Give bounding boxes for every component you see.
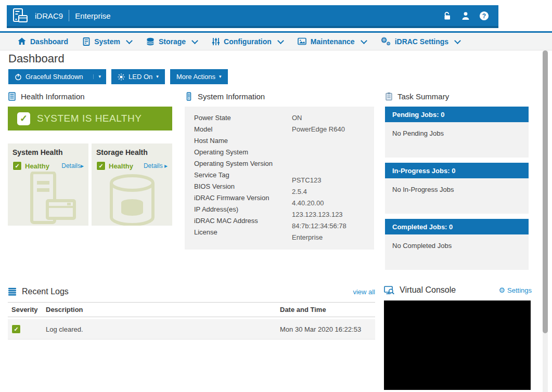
info-label: Operating System Version xyxy=(194,158,292,169)
inprogress-jobs-header[interactable]: In-Progress Jobs: 0 xyxy=(385,163,529,178)
pending-jobs-header[interactable]: Pending Jobs: 0 xyxy=(385,107,529,122)
info-value xyxy=(292,147,369,158)
more-actions-button[interactable]: More Actions ▾ xyxy=(170,69,228,84)
nav-item-idrac-settings[interactable]: ⚙⚙ iDRAC Settings xyxy=(381,37,460,46)
system-health-details-link[interactable]: Details▸ xyxy=(61,162,84,169)
storage-health-details-link[interactable]: Details ▸ xyxy=(144,162,168,169)
section-title: Virtual Console xyxy=(400,285,456,295)
system-healthy-banner: ✓ SYSTEM IS HEALTHY xyxy=(8,107,172,130)
inprogress-jobs-body: No In-Progress Jobs xyxy=(385,178,529,214)
nav-label: System xyxy=(94,37,120,46)
section-title: Task Summary xyxy=(397,92,449,101)
virtual-console-icon xyxy=(384,286,395,295)
recent-logs-section: Recent Logs view all Severity Descriptio… xyxy=(8,285,375,339)
completed-jobs-group: Completed Jobs: 0 No Completed Jobs xyxy=(385,219,529,270)
section-title: Health Information xyxy=(21,92,85,101)
logs-table: Severity Description Date and Time ✓ Log… xyxy=(8,302,375,339)
info-label: iDRAC Firmware Version xyxy=(194,192,292,204)
card-title: System Health xyxy=(12,148,84,156)
nav-label: Dashboard xyxy=(30,37,68,46)
caret-down-icon: ▾ xyxy=(219,74,222,79)
column-header-severity: Severity xyxy=(8,306,46,313)
graceful-shutdown-main[interactable]: Graceful Shutdown xyxy=(8,73,89,81)
info-value: 84:7b:12:34:56:78 xyxy=(292,220,369,232)
view-all-link[interactable]: view all xyxy=(353,288,375,296)
help-icon[interactable]: ? xyxy=(479,11,489,21)
more-actions-label: More Actions xyxy=(176,73,215,81)
image-icon xyxy=(298,37,306,45)
health-info-icon xyxy=(8,92,16,101)
home-icon xyxy=(18,37,26,45)
completed-jobs-header[interactable]: Completed Jobs: 0 xyxy=(385,219,529,234)
log-datetime: Mon 30 Mar 2020 16:22:53 xyxy=(280,325,375,333)
chevron-down-icon xyxy=(191,37,198,44)
chevron-down-icon xyxy=(126,37,133,44)
scrollbar-thumb[interactable] xyxy=(543,50,548,333)
system-information-section: System Information Power State Model Hos… xyxy=(185,90,374,250)
main-nav: Dashboard System Storage xyxy=(0,31,552,50)
chevron-down-icon xyxy=(361,37,367,44)
idrac-dashboard-screen: iDRAC9 Enterprise ? Dashboard xyxy=(0,0,552,392)
settings-label: Settings xyxy=(507,286,532,294)
svg-text:?: ? xyxy=(482,12,486,19)
power-icon xyxy=(15,73,22,81)
caret-down-icon: ▾ xyxy=(99,74,101,79)
health-status: Healthy xyxy=(109,162,133,170)
nav-item-maintenance[interactable]: Maintenance xyxy=(298,37,366,46)
product-name: iDRAC9 xyxy=(35,11,63,20)
sliders-icon xyxy=(212,37,220,46)
titlebar-divider xyxy=(69,10,69,21)
task-summary-icon xyxy=(385,92,393,101)
page-title: Dashboard xyxy=(8,52,65,66)
info-value: PSTC123 xyxy=(292,175,369,186)
led-sun-icon xyxy=(118,73,125,81)
scrollbar-track[interactable] xyxy=(543,49,548,392)
info-label: License xyxy=(194,227,292,238)
user-icon[interactable] xyxy=(461,11,470,21)
nav-item-configuration[interactable]: Configuration xyxy=(212,37,283,46)
led-on-button[interactable]: LED On ▾ xyxy=(111,69,165,84)
gear-icon: ⚙ xyxy=(498,286,505,294)
completed-jobs-body: No Completed Jobs xyxy=(385,234,529,270)
banner-text: SYSTEM IS HEALTHY xyxy=(37,113,142,124)
unlock-icon[interactable] xyxy=(442,11,452,21)
section-title: Recent Logs xyxy=(22,287,69,296)
health-status: Healthy xyxy=(25,162,49,170)
virtual-console-preview[interactable] xyxy=(384,300,531,390)
info-value xyxy=(292,135,369,147)
info-value: 2.5.4 xyxy=(292,186,369,198)
virtual-console-section: Virtual Console ⚙ Settings xyxy=(384,283,532,297)
console-settings-link[interactable]: ⚙ Settings xyxy=(498,286,532,294)
chevron-down-icon xyxy=(454,37,461,44)
inprogress-jobs-group: In-Progress Jobs: 0 No In-Progress Jobs xyxy=(385,163,529,214)
nav-label: Configuration xyxy=(224,37,272,46)
nav-item-system[interactable]: System xyxy=(83,37,132,46)
nav-label: iDRAC Settings xyxy=(395,37,448,46)
column-header-datetime: Date and Time xyxy=(280,306,375,313)
graceful-shutdown-dropdown[interactable]: ▾ xyxy=(93,74,107,79)
nav-item-storage[interactable]: Storage xyxy=(146,37,197,46)
system-info-icon xyxy=(185,92,193,101)
server-icon xyxy=(83,37,90,46)
info-value: PowerEdge R640 xyxy=(292,124,369,135)
system-health-card: System Health ✓ Healthy Details▸ xyxy=(8,143,88,226)
chevron-down-icon xyxy=(277,37,284,44)
info-label: Service Tag xyxy=(194,169,292,181)
storage-health-card: Storage Health ✓ Healthy Details ▸ xyxy=(92,143,172,226)
check-icon: ✓ xyxy=(96,161,106,171)
idrac-logo-icon xyxy=(12,8,29,24)
nav-item-dashboard[interactable]: Dashboard xyxy=(18,37,68,46)
nav-label: Storage xyxy=(159,37,186,46)
gears-icon: ⚙⚙ xyxy=(381,37,391,46)
info-label: iDRAC MAC Address xyxy=(194,215,292,227)
info-value: 123.123.123.123 xyxy=(292,209,369,220)
log-row[interactable]: ✓ Log cleared. Mon 30 Mar 2020 16:22:53 xyxy=(8,319,375,339)
storage-icon xyxy=(146,37,155,46)
info-label: IP Address(es) xyxy=(194,204,292,215)
check-icon: ✓ xyxy=(17,112,30,125)
info-label: Model xyxy=(194,124,292,135)
system-information-panel: Power State Model Host Name Operating Sy… xyxy=(185,107,374,250)
card-title: Storage Health xyxy=(96,148,168,156)
title-bar: iDRAC9 Enterprise ? xyxy=(7,5,498,28)
column-header-description: Description xyxy=(46,306,280,313)
